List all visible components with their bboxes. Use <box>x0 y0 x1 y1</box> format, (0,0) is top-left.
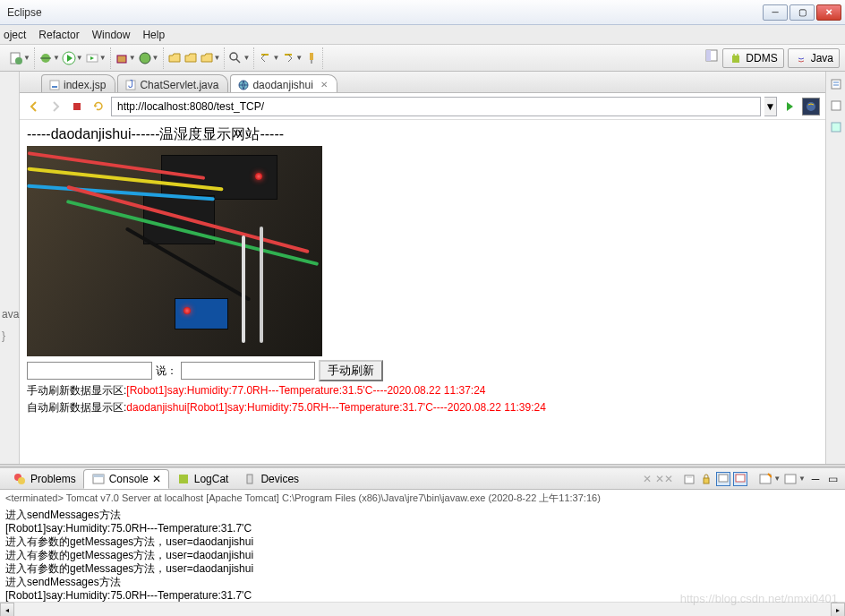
search-icon[interactable] <box>228 51 243 65</box>
maximize-button[interactable]: ▢ <box>790 4 815 21</box>
svg-rect-37 <box>704 478 709 483</box>
problems-icon <box>13 472 27 486</box>
tab-chatservlet-java[interactable]: J ChatServlet.java <box>117 74 228 92</box>
folder-alt-icon[interactable] <box>200 51 214 65</box>
message-input[interactable] <box>181 362 315 380</box>
tab-label: daodanjishui <box>252 79 312 91</box>
tab-index-jsp[interactable]: index.jsp <box>41 74 115 92</box>
console-output[interactable]: 进入sendMessages方法 [Robot1]say:Humidity:75… <box>0 507 845 602</box>
new-icon[interactable] <box>9 51 23 65</box>
devices-icon <box>243 472 257 486</box>
console-icon <box>91 472 106 486</box>
back-button[interactable] <box>25 98 43 116</box>
jsp-file-icon <box>49 80 60 90</box>
window-titlebar: Eclipse ─ ▢ ✕ <box>0 0 845 25</box>
tab-console[interactable]: Console ✕ <box>83 469 169 489</box>
svg-rect-14 <box>732 56 739 63</box>
open-console-icon[interactable] <box>758 472 772 486</box>
tab-devices[interactable]: Devices <box>235 470 306 488</box>
pin-icon[interactable] <box>304 51 319 65</box>
tab-problems[interactable]: Problems <box>5 470 83 488</box>
svg-rect-27 <box>832 101 841 110</box>
run-icon[interactable] <box>62 51 76 65</box>
tab-daodanjishui[interactable]: daodanjishui ✕ <box>230 74 337 92</box>
perspective-java[interactable]: Java <box>788 48 840 68</box>
menu-refactor[interactable]: Refactor <box>38 29 79 41</box>
stop-button[interactable] <box>68 98 86 116</box>
auto-data-row: 自动刷新数据显示区:daodanjishui[Robot1]say:Humidi… <box>27 398 818 415</box>
svg-point-7 <box>140 53 150 64</box>
java-file-icon: J <box>125 80 136 90</box>
svg-rect-13 <box>706 50 711 61</box>
editor-area: index.jsp J ChatServlet.java daodanjishu… <box>20 72 825 464</box>
maximize-view-icon[interactable]: ▭ <box>825 472 840 486</box>
package-explorer-stub[interactable]: ava } <box>0 72 19 346</box>
external-browser-button[interactable] <box>802 98 820 116</box>
svg-rect-32 <box>93 475 104 477</box>
forward-button[interactable] <box>47 98 64 116</box>
menu-window[interactable]: Window <box>92 29 131 41</box>
menu-project[interactable]: oject <box>4 29 26 41</box>
console-process-label: <terminated> Tomcat v7.0 Server at local… <box>0 490 845 507</box>
tab-label: ChatServlet.java <box>140 79 218 91</box>
left-trim: ava } <box>0 72 20 464</box>
globe-icon <box>238 80 249 90</box>
class-icon[interactable] <box>138 51 152 65</box>
clear-console-icon[interactable] <box>682 472 696 486</box>
manual-refresh-button[interactable]: 手动刷新 <box>319 360 383 381</box>
run-last-icon[interactable] <box>85 51 99 65</box>
dropdown-icon[interactable]: ▼ <box>23 54 30 62</box>
close-button[interactable]: ✕ <box>816 4 841 21</box>
java-icon <box>794 51 808 65</box>
svg-rect-38 <box>719 475 728 482</box>
browser-page: -----daodanjishui------温湿度显示网站----- <box>20 120 825 464</box>
svg-rect-18 <box>52 86 57 88</box>
refresh-button[interactable] <box>90 98 107 116</box>
minimize-view-icon[interactable]: ─ <box>808 472 823 486</box>
scroll-lock-icon[interactable] <box>699 472 713 486</box>
svg-rect-24 <box>832 80 841 89</box>
svg-rect-39 <box>736 475 745 482</box>
close-icon[interactable]: ✕ <box>152 473 161 485</box>
input-form: 说： 手动刷新 <box>27 360 818 381</box>
svg-rect-22 <box>73 103 81 110</box>
tab-logcat[interactable]: LogCat <box>169 470 236 488</box>
go-button[interactable] <box>781 98 798 116</box>
folder-open-icon[interactable] <box>167 51 182 65</box>
perspective-ddms[interactable]: DDMS <box>722 48 783 68</box>
editor-tabs: index.jsp J ChatServlet.java daodanjishu… <box>20 72 825 93</box>
svg-rect-33 <box>179 475 188 483</box>
prev-annotation-icon[interactable] <box>258 51 272 65</box>
package-icon[interactable] <box>115 51 129 65</box>
bottom-tabs: Problems Console ✕ LogCat Devices ✕ ✕✕ ▼… <box>0 468 845 490</box>
url-dropdown[interactable]: ▼ <box>764 97 777 116</box>
remove-launch-icon[interactable]: ✕ <box>640 472 654 486</box>
next-annotation-icon[interactable] <box>281 51 295 65</box>
auto-data-value: daodanjishui[Robot1]say:Humidity:75.0RH-… <box>126 401 546 414</box>
display-selected-icon[interactable] <box>783 472 798 486</box>
close-icon[interactable]: ✕ <box>320 80 328 90</box>
bug-icon[interactable] <box>38 51 53 65</box>
remove-all-icon[interactable]: ✕✕ <box>657 472 671 486</box>
outline-icon[interactable] <box>829 77 843 91</box>
snippets-icon[interactable] <box>829 120 843 134</box>
minimize-button[interactable]: ─ <box>763 4 788 21</box>
tab-label: index.jsp <box>64 79 106 91</box>
window-title: Eclipse <box>4 6 763 19</box>
scroll-left-button[interactable]: ◂ <box>0 603 14 616</box>
folder-icon[interactable] <box>184 51 198 65</box>
show-console-on-out-icon[interactable] <box>716 472 730 486</box>
svg-text:J: J <box>128 80 133 90</box>
url-input[interactable] <box>111 97 761 116</box>
manual-data-row: 手动刷新数据显示区:[Robot1]say:Humidity:77.0RH---… <box>27 381 818 398</box>
svg-rect-41 <box>785 475 796 483</box>
manual-data-value: [Robot1]say:Humidity:77.0RH---Temperatur… <box>126 384 485 397</box>
show-console-on-err-icon[interactable] <box>733 472 747 486</box>
tasklist-icon[interactable] <box>829 98 843 113</box>
watermark: https://blog.csdn.net/nmxi0401 <box>680 592 838 605</box>
open-perspective-icon[interactable] <box>704 48 719 63</box>
svg-point-16 <box>737 54 738 56</box>
menu-help[interactable]: Help <box>142 29 165 41</box>
android-icon <box>729 51 743 65</box>
name-input[interactable] <box>27 362 152 380</box>
